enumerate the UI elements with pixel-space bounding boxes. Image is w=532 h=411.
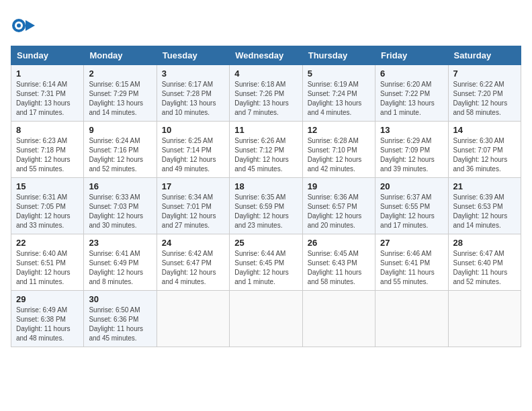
day-number: 6: [380, 68, 443, 79]
calendar-cell: [302, 291, 375, 347]
day-info: Sunrise: 6:39 AM Sunset: 6:53 PM Dayligh…: [453, 193, 516, 230]
calendar-cell: 20Sunrise: 6:37 AM Sunset: 6:55 PM Dayli…: [375, 178, 448, 234]
calendar-week-row: 15Sunrise: 6:31 AM Sunset: 7:05 PM Dayli…: [11, 178, 521, 234]
page-header: [11, 11, 521, 38]
day-info: Sunrise: 6:49 AM Sunset: 6:38 PM Dayligh…: [16, 306, 79, 343]
day-number: 17: [162, 181, 224, 191]
day-info: Sunrise: 6:22 AM Sunset: 7:20 PM Dayligh…: [453, 80, 516, 118]
day-number: 23: [89, 238, 151, 248]
calendar-week-row: 29Sunrise: 6:49 AM Sunset: 6:38 PM Dayli…: [11, 291, 521, 347]
logo-icon: [11, 13, 35, 38]
day-info: Sunrise: 6:23 AM Sunset: 7:18 PM Dayligh…: [16, 136, 79, 174]
calendar-cell: 15Sunrise: 6:31 AM Sunset: 7:05 PM Dayli…: [11, 178, 84, 234]
day-header-saturday: Saturday: [448, 46, 521, 65]
calendar-cell: [230, 291, 302, 347]
day-number: 27: [380, 238, 443, 248]
day-number: 13: [380, 125, 443, 135]
calendar-cell: 11Sunrise: 6:26 AM Sunset: 7:12 PM Dayli…: [230, 122, 302, 178]
calendar-cell: 14Sunrise: 6:30 AM Sunset: 7:07 PM Dayli…: [448, 122, 521, 178]
calendar-week-row: 8Sunrise: 6:23 AM Sunset: 7:18 PM Daylig…: [11, 122, 521, 178]
calendar-cell: 10Sunrise: 6:25 AM Sunset: 7:14 PM Dayli…: [157, 122, 229, 178]
day-number: 20: [380, 181, 443, 191]
svg-marker-3: [26, 20, 35, 31]
day-info: Sunrise: 6:35 AM Sunset: 6:59 PM Dayligh…: [234, 193, 297, 230]
day-info: Sunrise: 6:20 AM Sunset: 7:22 PM Dayligh…: [380, 80, 443, 118]
day-number: 15: [16, 181, 79, 191]
calendar-cell: 30Sunrise: 6:50 AM Sunset: 6:36 PM Dayli…: [84, 291, 157, 347]
day-number: 29: [16, 294, 79, 304]
day-header-wednesday: Wednesday: [230, 46, 302, 65]
calendar-cell: 25Sunrise: 6:44 AM Sunset: 6:45 PM Dayli…: [230, 234, 302, 291]
day-number: 4: [234, 68, 297, 79]
day-info: Sunrise: 6:24 AM Sunset: 7:16 PM Dayligh…: [89, 136, 151, 174]
day-number: 8: [16, 125, 79, 135]
day-number: 16: [89, 181, 151, 191]
day-info: Sunrise: 6:19 AM Sunset: 7:24 PM Dayligh…: [308, 80, 370, 118]
day-number: 25: [234, 238, 297, 248]
day-number: 28: [453, 238, 516, 248]
day-number: 24: [162, 238, 224, 248]
calendar-cell: 21Sunrise: 6:39 AM Sunset: 6:53 PM Dayli…: [448, 178, 521, 234]
day-header-friday: Friday: [375, 46, 448, 65]
day-number: 30: [89, 294, 151, 304]
calendar-cell: 5Sunrise: 6:19 AM Sunset: 7:24 PM Daylig…: [302, 65, 375, 122]
day-number: 10: [162, 125, 224, 135]
day-info: Sunrise: 6:36 AM Sunset: 6:57 PM Dayligh…: [308, 193, 370, 230]
day-info: Sunrise: 6:29 AM Sunset: 7:09 PM Dayligh…: [380, 136, 443, 174]
calendar-cell: 13Sunrise: 6:29 AM Sunset: 7:09 PM Dayli…: [375, 122, 448, 178]
day-info: Sunrise: 6:31 AM Sunset: 7:05 PM Dayligh…: [16, 193, 79, 230]
day-info: Sunrise: 6:14 AM Sunset: 7:31 PM Dayligh…: [16, 80, 79, 118]
day-info: Sunrise: 6:26 AM Sunset: 7:12 PM Dayligh…: [234, 136, 297, 174]
day-number: 18: [234, 181, 297, 191]
day-info: Sunrise: 6:41 AM Sunset: 6:49 PM Dayligh…: [89, 249, 151, 287]
day-number: 3: [162, 68, 224, 79]
day-number: 1: [16, 68, 79, 79]
calendar-cell: 18Sunrise: 6:35 AM Sunset: 6:59 PM Dayli…: [230, 178, 302, 234]
day-info: Sunrise: 6:40 AM Sunset: 6:51 PM Dayligh…: [16, 249, 79, 287]
calendar-cell: 28Sunrise: 6:47 AM Sunset: 6:40 PM Dayli…: [448, 234, 521, 291]
day-info: Sunrise: 6:37 AM Sunset: 6:55 PM Dayligh…: [380, 193, 443, 230]
calendar-cell: 16Sunrise: 6:33 AM Sunset: 7:03 PM Dayli…: [84, 178, 157, 234]
day-number: 22: [16, 238, 79, 248]
calendar-cell: 3Sunrise: 6:17 AM Sunset: 7:28 PM Daylig…: [157, 65, 229, 122]
day-number: 7: [453, 68, 516, 79]
day-info: Sunrise: 6:45 AM Sunset: 6:43 PM Dayligh…: [308, 249, 370, 287]
calendar-week-row: 22Sunrise: 6:40 AM Sunset: 6:51 PM Dayli…: [11, 234, 521, 291]
calendar-cell: 2Sunrise: 6:15 AM Sunset: 7:29 PM Daylig…: [84, 65, 157, 122]
calendar-cell: 27Sunrise: 6:46 AM Sunset: 6:41 PM Dayli…: [375, 234, 448, 291]
calendar-cell: 22Sunrise: 6:40 AM Sunset: 6:51 PM Dayli…: [11, 234, 84, 291]
day-number: 12: [308, 125, 370, 135]
calendar-cell: 9Sunrise: 6:24 AM Sunset: 7:16 PM Daylig…: [84, 122, 157, 178]
day-info: Sunrise: 6:33 AM Sunset: 7:03 PM Dayligh…: [89, 193, 151, 230]
logo: [11, 13, 38, 38]
day-number: 11: [234, 125, 297, 135]
calendar-cell: 4Sunrise: 6:18 AM Sunset: 7:26 PM Daylig…: [230, 65, 302, 122]
day-info: Sunrise: 6:42 AM Sunset: 6:47 PM Dayligh…: [162, 249, 224, 287]
calendar-week-row: 1Sunrise: 6:14 AM Sunset: 7:31 PM Daylig…: [11, 65, 521, 122]
day-header-tuesday: Tuesday: [157, 46, 229, 65]
day-info: Sunrise: 6:50 AM Sunset: 6:36 PM Dayligh…: [89, 306, 151, 343]
calendar-cell: 17Sunrise: 6:34 AM Sunset: 7:01 PM Dayli…: [157, 178, 229, 234]
calendar-cell: 29Sunrise: 6:49 AM Sunset: 6:38 PM Dayli…: [11, 291, 84, 347]
calendar-cell: 12Sunrise: 6:28 AM Sunset: 7:10 PM Dayli…: [302, 122, 375, 178]
day-info: Sunrise: 6:30 AM Sunset: 7:07 PM Dayligh…: [453, 136, 516, 174]
day-number: 21: [453, 181, 516, 191]
calendar-cell: 7Sunrise: 6:22 AM Sunset: 7:20 PM Daylig…: [448, 65, 521, 122]
day-number: 26: [308, 238, 370, 248]
day-header-monday: Monday: [84, 46, 157, 65]
day-info: Sunrise: 6:46 AM Sunset: 6:41 PM Dayligh…: [380, 249, 443, 287]
day-info: Sunrise: 6:25 AM Sunset: 7:14 PM Dayligh…: [162, 136, 224, 174]
calendar-cell: 6Sunrise: 6:20 AM Sunset: 7:22 PM Daylig…: [375, 65, 448, 122]
day-info: Sunrise: 6:44 AM Sunset: 6:45 PM Dayligh…: [234, 249, 297, 287]
calendar-table: SundayMondayTuesdayWednesdayThursdayFrid…: [11, 46, 521, 347]
day-number: 9: [89, 125, 151, 135]
calendar-cell: [448, 291, 521, 347]
day-info: Sunrise: 6:47 AM Sunset: 6:40 PM Dayligh…: [453, 249, 516, 287]
calendar-cell: 8Sunrise: 6:23 AM Sunset: 7:18 PM Daylig…: [11, 122, 84, 178]
day-number: 19: [308, 181, 370, 191]
day-header-sunday: Sunday: [11, 46, 84, 65]
calendar-cell: 1Sunrise: 6:14 AM Sunset: 7:31 PM Daylig…: [11, 65, 84, 122]
calendar-cell: 23Sunrise: 6:41 AM Sunset: 6:49 PM Dayli…: [84, 234, 157, 291]
calendar-header-row: SundayMondayTuesdayWednesdayThursdayFrid…: [11, 46, 521, 65]
day-number: 5: [308, 68, 370, 79]
